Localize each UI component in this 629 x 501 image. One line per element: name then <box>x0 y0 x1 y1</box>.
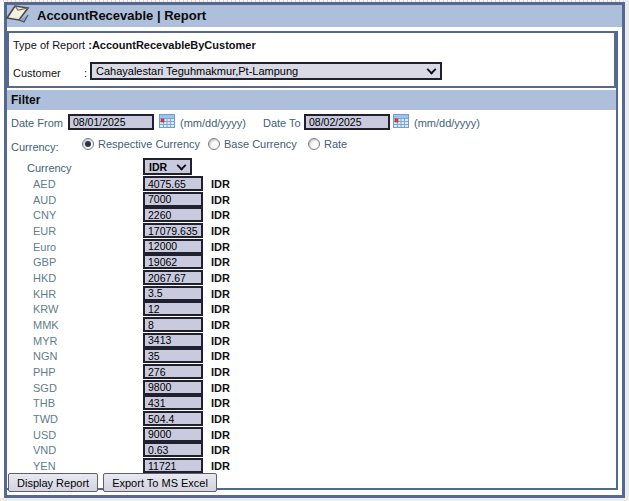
rate-value-input[interactable] <box>143 333 203 348</box>
rate-unit-label: IDR <box>211 444 230 456</box>
currency-select[interactable]: IDR <box>143 158 192 175</box>
rate-code-label: YEN <box>33 460 56 472</box>
rate-value-input[interactable] <box>143 239 203 254</box>
rate-unit-label: IDR <box>211 413 230 425</box>
rate-value-input[interactable] <box>143 286 203 301</box>
rate-code-label: CNY <box>33 209 56 221</box>
rate-unit-label: IDR <box>211 303 230 315</box>
date-from-input[interactable] <box>68 114 154 130</box>
rate-code-label: AUD <box>33 194 56 206</box>
rate-unit-label: IDR <box>211 350 230 362</box>
currency-mode-option-base[interactable]: Base Currency <box>208 138 297 150</box>
rate-code-label: PHP <box>33 366 56 378</box>
customer-colon: : <box>84 67 87 79</box>
rate-code-label: MYR <box>33 335 57 347</box>
window-right-margin <box>625 0 629 501</box>
date-to-format-hint: (mm/dd/yyyy) <box>414 117 480 129</box>
radio-rate-label: Rate <box>324 138 347 150</box>
report-window: AccountRecevable | Report Type of Report… <box>4 2 625 498</box>
rate-value-input[interactable] <box>143 317 203 332</box>
currency-select-value: IDR <box>149 161 167 173</box>
rate-code-label: TWD <box>33 413 58 425</box>
rate-unit-label: IDR <box>211 319 230 331</box>
rate-code-label: NGN <box>33 350 57 362</box>
report-frame: Type of Report :AccountRecevableByCustom… <box>7 31 618 490</box>
rate-code-label: THB <box>33 397 55 409</box>
rate-value-input[interactable] <box>143 395 203 410</box>
rate-value-input[interactable] <box>143 364 203 379</box>
rate-code-label: HKD <box>33 272 56 284</box>
report-type-label: Type of Report <box>13 39 85 51</box>
report-type-line: Type of Report :AccountRecevableByCustom… <box>13 39 256 51</box>
rate-unit-label: IDR <box>211 335 230 347</box>
date-from-label: Date From <box>11 117 63 129</box>
rate-code-label: GBP <box>33 256 56 268</box>
radio-respective-currency-icon[interactable] <box>82 138 94 150</box>
rate-unit-label: IDR <box>211 429 230 441</box>
date-to-calendar-icon[interactable] <box>393 114 409 128</box>
rate-unit-label: IDR <box>211 225 230 237</box>
rate-unit-label: IDR <box>211 272 230 284</box>
rate-unit-label: IDR <box>211 194 230 206</box>
rate-value-input[interactable] <box>143 348 203 363</box>
radio-base-currency-label: Base Currency <box>224 138 297 150</box>
currency-mode-option-respective[interactable]: Respective Currency <box>82 138 200 150</box>
radio-respective-currency-label: Respective Currency <box>98 138 200 150</box>
rate-code-label: SGD <box>33 382 57 394</box>
rate-unit-label: IDR <box>211 460 230 472</box>
date-from-format-hint: (mm/dd/yyyy) <box>180 117 246 129</box>
rate-value-input[interactable] <box>143 192 203 207</box>
report-header-box: Type of Report :AccountRecevableByCustom… <box>7 31 616 88</box>
rate-unit-label: IDR <box>211 382 230 394</box>
rate-value-input[interactable] <box>143 442 203 457</box>
rate-code-label: EUR <box>33 225 56 237</box>
date-to-input[interactable] <box>304 114 390 130</box>
rate-unit-label: IDR <box>211 397 230 409</box>
rate-unit-label: IDR <box>211 178 230 190</box>
rate-code-label: KHR <box>33 288 56 300</box>
currency-mode-option-rate[interactable]: Rate <box>308 138 347 150</box>
page: AccountRecevable | Report Type of Report… <box>0 0 629 501</box>
rate-code-label: Euro <box>33 241 56 253</box>
page-title: AccountRecevable | Report <box>37 5 206 27</box>
rate-value-input[interactable] <box>143 176 203 191</box>
rate-value-input[interactable] <box>143 380 203 395</box>
filter-section-header: Filter <box>7 90 616 110</box>
rate-unit-label: IDR <box>211 288 230 300</box>
chevron-down-icon <box>177 160 187 170</box>
rate-code-label: KRW <box>33 303 58 315</box>
radio-rate-icon[interactable] <box>308 138 320 150</box>
rate-unit-label: IDR <box>211 209 230 221</box>
rate-value-input[interactable] <box>143 411 203 426</box>
report-type-value: :AccountRecevableByCustomer <box>88 39 256 51</box>
customer-select-value: Cahayalestari Teguhmakmur,Pt-Lampung <box>96 65 298 77</box>
customer-select[interactable]: Cahayalestari Teguhmakmur,Pt-Lampung <box>90 62 442 80</box>
rate-code-label: MMK <box>33 319 59 331</box>
rate-value-input[interactable] <box>143 223 203 238</box>
date-from-calendar-icon[interactable] <box>159 114 175 128</box>
customer-label: Customer <box>13 67 61 79</box>
rate-unit-label: IDR <box>211 366 230 378</box>
title-bar: AccountRecevable | Report <box>7 5 622 27</box>
currency-mode-label: Currency: <box>11 141 59 153</box>
export-excel-button[interactable]: Export To MS Excel <box>103 473 217 492</box>
currency-select-label: Currency <box>27 162 72 174</box>
rate-value-input[interactable] <box>143 301 203 316</box>
chevron-down-icon <box>427 65 437 75</box>
rate-code-label: VND <box>33 444 56 456</box>
rate-code-label: AED <box>33 178 56 190</box>
date-to-label: Date To <box>263 117 301 129</box>
rate-value-input[interactable] <box>143 427 203 442</box>
rate-value-input[interactable] <box>143 458 203 473</box>
display-report-button[interactable]: Display Report <box>8 473 98 492</box>
rate-value-input[interactable] <box>143 207 203 222</box>
rate-code-label: USD <box>33 429 56 441</box>
rate-value-input[interactable] <box>143 270 203 285</box>
rate-unit-label: IDR <box>211 256 230 268</box>
report-icon <box>4 1 32 27</box>
action-buttons: Display Report Export To MS Excel <box>8 473 217 492</box>
radio-base-currency-icon[interactable] <box>208 138 220 150</box>
rate-value-input[interactable] <box>143 254 203 269</box>
rate-unit-label: IDR <box>211 241 230 253</box>
filter-content: Date From (mm/dd/yyyy) Date To (m <box>7 110 616 488</box>
